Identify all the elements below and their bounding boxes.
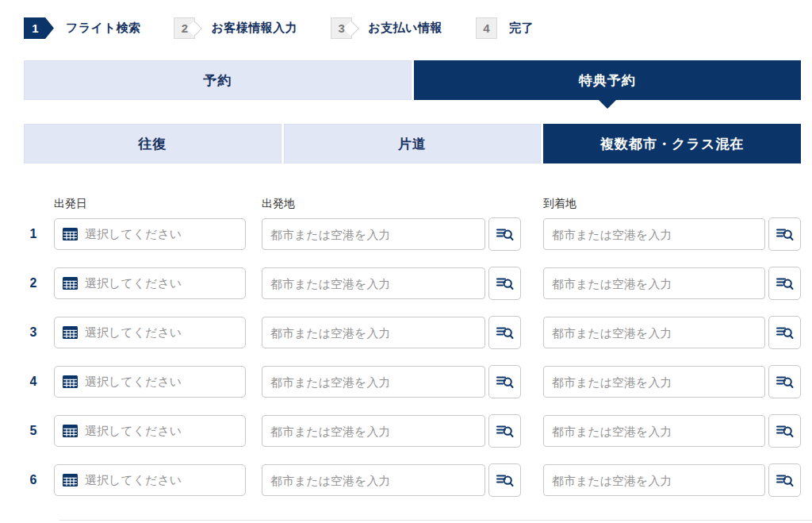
- date-placeholder-text: 選択してください: [85, 473, 182, 488]
- header-spacer: [24, 197, 54, 211]
- step-2-label: お客様情報入力: [211, 21, 297, 36]
- departure-date-field[interactable]: 選択してください: [54, 267, 246, 299]
- origin-field-group: [262, 414, 521, 448]
- step-3-badge: 3: [331, 17, 352, 39]
- step-indicator: 1 フライト検索 2 お客様情報入力 3 お支払い情報 4 完了: [24, 17, 801, 39]
- flight-rows: 1 選択してください: [24, 218, 801, 496]
- form-column-headers: 出発日 出発地 到着地: [24, 197, 801, 211]
- departure-date-field[interactable]: 選択してください: [54, 415, 246, 447]
- tab-award-reservation-label: 特典予約: [579, 71, 636, 90]
- date-placeholder-text: 選択してください: [85, 325, 182, 340]
- calendar-icon: [63, 326, 78, 339]
- list-search-icon: [496, 226, 514, 242]
- destination-input[interactable]: [543, 218, 765, 250]
- origin-input[interactable]: [262, 464, 485, 496]
- destination-search-button[interactable]: [768, 316, 801, 349]
- origin-field-group: [262, 316, 521, 349]
- origin-search-button[interactable]: [488, 267, 521, 300]
- flight-segment-row: 6 選択してください: [24, 464, 801, 496]
- origin-input[interactable]: [262, 366, 485, 398]
- list-search-icon: [496, 423, 514, 439]
- departure-date-field[interactable]: 選択してください: [54, 317, 246, 348]
- flight-segment-row: 2 選択してください: [24, 267, 801, 299]
- flight-segment-row: 4 選択してください: [24, 366, 801, 398]
- destination-input[interactable]: [543, 464, 765, 496]
- tab-award-reservation[interactable]: 特典予約: [414, 60, 802, 100]
- step-2-customer-info: 2 お客様情報入力: [174, 17, 297, 39]
- tab-round-trip[interactable]: 往復: [24, 124, 282, 163]
- destination-search-button[interactable]: [768, 267, 801, 300]
- row-number: 4: [24, 375, 43, 389]
- header-departure-date: 出発日: [54, 197, 262, 211]
- step-2-badge: 2: [174, 17, 195, 39]
- origin-search-button[interactable]: [488, 316, 521, 349]
- header-origin: 出発地: [262, 197, 543, 211]
- destination-search-button[interactable]: [768, 463, 801, 497]
- trip-type-tabs: 往復 片道 複数都市・クラス混在: [24, 124, 801, 163]
- departure-date-field[interactable]: 選択してください: [54, 464, 246, 496]
- destination-input[interactable]: [543, 267, 765, 299]
- flight-segment-row: 5 選択してください: [24, 415, 801, 447]
- origin-search-button[interactable]: [488, 414, 521, 448]
- calendar-icon: [63, 474, 78, 486]
- step-1-label: フライト検索: [66, 21, 140, 36]
- list-search-icon: [496, 374, 514, 390]
- flight-segment-row: 1 選択してください: [24, 218, 801, 250]
- row-number: 5: [24, 424, 43, 438]
- origin-input[interactable]: [262, 267, 485, 299]
- destination-field-group: [543, 217, 801, 251]
- origin-search-button[interactable]: [488, 217, 521, 251]
- tab-multi-city[interactable]: 複数都市・クラス混在: [543, 124, 801, 163]
- origin-input[interactable]: [262, 415, 485, 447]
- calendar-icon: [63, 277, 78, 290]
- list-search-icon: [776, 226, 794, 242]
- section-divider: [59, 520, 812, 521]
- departure-date-field[interactable]: 選択してください: [54, 218, 246, 250]
- origin-input[interactable]: [262, 218, 485, 250]
- destination-search-button[interactable]: [768, 365, 801, 398]
- origin-search-button[interactable]: [488, 365, 521, 398]
- list-search-icon: [496, 275, 514, 291]
- destination-search-button[interactable]: [768, 414, 801, 448]
- destination-field-group: [543, 267, 801, 300]
- destination-input[interactable]: [543, 415, 765, 447]
- origin-field-group: [262, 463, 521, 497]
- destination-field-group: [543, 463, 801, 497]
- origin-search-button[interactable]: [488, 463, 521, 497]
- list-search-icon: [776, 275, 794, 291]
- destination-field-group: [543, 365, 801, 398]
- date-placeholder-text: 選択してください: [85, 227, 182, 242]
- step-1-flight-search: 1 フライト検索: [24, 17, 140, 39]
- origin-field-group: [262, 365, 521, 398]
- destination-field-group: [543, 316, 801, 349]
- row-number: 2: [24, 276, 43, 290]
- list-search-icon: [776, 374, 794, 390]
- step-4-label: 完了: [509, 21, 534, 36]
- step-1-badge: 1: [24, 17, 54, 39]
- destination-search-button[interactable]: [768, 217, 801, 251]
- departure-date-field[interactable]: 選択してください: [54, 366, 246, 398]
- step-3-payment-info: 3 お支払い情報: [331, 17, 442, 39]
- calendar-icon: [63, 375, 78, 388]
- destination-input[interactable]: [543, 366, 765, 398]
- flight-segment-row: 3 選択してください: [24, 317, 801, 348]
- list-search-icon: [776, 325, 794, 340]
- origin-field-group: [262, 217, 521, 251]
- destination-field-group: [543, 414, 801, 448]
- list-search-icon: [496, 325, 514, 340]
- selected-tab-pointer-icon: [598, 99, 617, 109]
- origin-input[interactable]: [262, 317, 485, 348]
- step-4-badge: 4: [476, 17, 497, 39]
- tab-reservation[interactable]: 予約: [24, 60, 412, 100]
- list-search-icon: [776, 472, 794, 488]
- list-search-icon: [776, 423, 794, 439]
- list-search-icon: [496, 472, 514, 488]
- calendar-icon: [63, 228, 78, 240]
- row-number: 6: [24, 473, 43, 487]
- row-number: 3: [24, 325, 43, 340]
- origin-field-group: [262, 267, 521, 300]
- tab-one-way[interactable]: 片道: [284, 124, 542, 163]
- tab-multi-city-label: 複数都市・クラス混在: [600, 135, 744, 153]
- calendar-icon: [63, 425, 78, 437]
- destination-input[interactable]: [543, 317, 765, 348]
